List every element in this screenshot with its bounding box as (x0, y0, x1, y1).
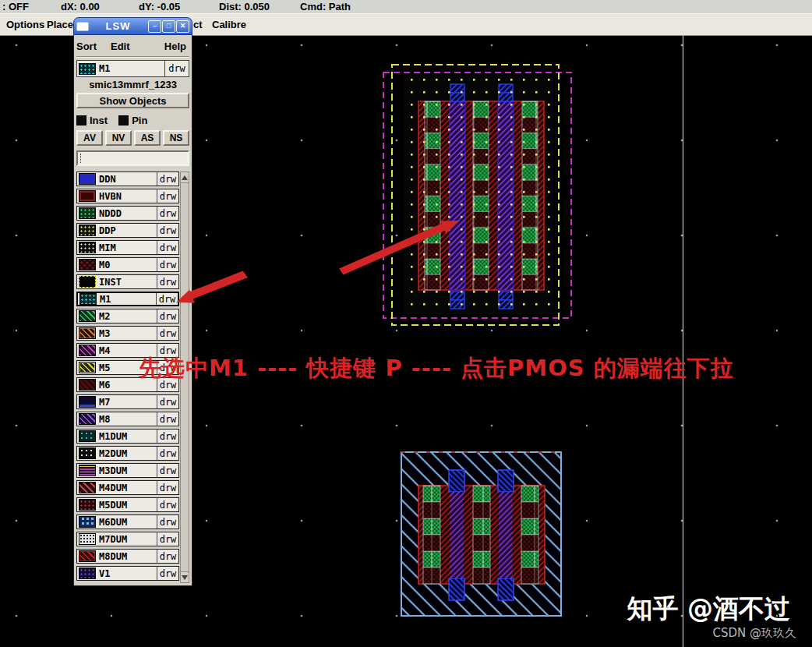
layer-row[interactable]: HVBN drw (76, 189, 179, 203)
layer-swatch (79, 173, 96, 185)
layer-row[interactable]: M3 drw (76, 326, 179, 341)
layer-swatch (79, 293, 97, 305)
crosshair-vline (683, 35, 683, 647)
layer-purpose: drw (157, 224, 178, 237)
lsw-title-bar[interactable]: LSW – □ ✕ (73, 17, 192, 35)
layer-purpose: drw (157, 447, 178, 460)
layer-row[interactable]: M7 drw (76, 394, 179, 409)
menu-place[interactable]: Place (47, 19, 73, 30)
inst-checkbox[interactable] (76, 115, 86, 126)
snap-status: : OFF (2, 1, 29, 12)
layer-purpose: drw (157, 241, 178, 254)
layer-row[interactable]: M2DUM drw (76, 446, 179, 461)
layer-swatch (79, 362, 96, 373)
layer-row[interactable]: M1 drw (76, 292, 179, 306)
maximize-icon[interactable]: □ (162, 20, 175, 33)
watermark-zhihu: 知乎 @酒不过 (627, 592, 791, 627)
layer-purpose: drw (157, 430, 178, 443)
layer-row[interactable]: M6DUM drw (76, 514, 179, 529)
layer-row[interactable]: M0 drw (76, 257, 179, 272)
layer-purpose: drw (157, 309, 178, 323)
layer-swatch (79, 207, 96, 219)
watermark-csdn: CSDN @玖玖久 (712, 626, 796, 641)
pin-checkbox[interactable] (118, 115, 129, 126)
pin-label: Pin (132, 115, 147, 126)
layer-row[interactable]: M8DUM drw (76, 549, 179, 564)
layer-swatch (79, 345, 96, 356)
pmos-device-layout[interactable] (380, 61, 575, 330)
coord-dist: Dist: 0.050 (219, 1, 270, 12)
current-layer-row[interactable]: M1 drw (76, 60, 189, 77)
layer-swatch (79, 533, 96, 545)
layer-purpose: drw (157, 532, 178, 546)
pin-toggle[interactable]: Pin (118, 115, 147, 126)
layer-name: M0 (99, 260, 110, 270)
lsw-menu-help[interactable]: Help (164, 41, 186, 52)
current-layer-swatch (79, 63, 96, 75)
layer-purpose: drw (157, 275, 178, 288)
menu-calibre[interactable]: Calibre (212, 19, 246, 30)
inst-toggle[interactable]: Inst (76, 115, 108, 126)
close-icon[interactable]: ✕ (176, 20, 189, 33)
layer-swatch (79, 379, 96, 391)
menu-options[interactable]: Options (6, 19, 44, 30)
layer-name: M2 (99, 311, 110, 322)
layer-name: HVBN (99, 191, 122, 202)
layer-row[interactable]: M4DUM drw (76, 480, 179, 495)
layer-purpose: drw (157, 464, 178, 477)
layer-name: M1DUM (99, 431, 127, 442)
layer-name: M8 (99, 414, 110, 425)
layer-swatch (79, 567, 96, 579)
layer-swatch (79, 310, 96, 322)
layer-swatch (79, 550, 96, 562)
layer-purpose: drw (157, 327, 178, 340)
lsw-menu-edit[interactable]: Edit (111, 41, 130, 52)
layer-swatch (79, 499, 96, 511)
layer-row[interactable]: M7DUM drw (76, 532, 179, 546)
scroll-down-button[interactable] (180, 571, 189, 583)
layer-swatch (79, 430, 96, 442)
layer-purpose: drw (157, 515, 178, 529)
layer-swatch (79, 396, 96, 408)
scroll-up-button[interactable] (180, 171, 189, 183)
nmos-device-layout[interactable] (397, 448, 565, 620)
layer-purpose: drw (157, 207, 178, 220)
scroll-down-icon (182, 575, 188, 580)
layer-row[interactable]: M3DUM drw (76, 463, 179, 478)
layer-row[interactable]: M8 drw (76, 412, 179, 426)
coord-dx: dX: 0.00 (61, 1, 100, 12)
layer-swatch (79, 413, 96, 425)
layer-swatch (79, 516, 96, 528)
lsw-menu-bar: Sort Edit Help (76, 37, 189, 55)
show-objects-button[interactable]: Show Objects (76, 93, 189, 108)
layer-name: M4 (99, 345, 110, 356)
layer-row[interactable]: MIM drw (76, 240, 179, 255)
coord-dy: dY: -0.05 (139, 1, 180, 12)
layer-filter-input[interactable] (76, 150, 189, 166)
layer-row[interactable]: DDP drw (76, 223, 179, 238)
layer-row[interactable]: NDDD drw (76, 206, 179, 221)
layer-swatch (79, 482, 96, 493)
layer-swatch (79, 327, 96, 339)
scroll-up-icon (182, 175, 188, 180)
layer-name: M7DUM (99, 534, 127, 545)
ns-button[interactable]: NS (163, 130, 189, 146)
minimize-icon[interactable]: – (148, 20, 161, 33)
layer-row[interactable]: M2 drw (76, 309, 179, 324)
nv-button[interactable]: NV (105, 130, 132, 146)
menu-ct[interactable]: ct (193, 19, 203, 30)
as-button[interactable]: AS (134, 130, 161, 146)
layer-name: M5 (99, 362, 110, 373)
layer-row[interactable]: DDN drw (76, 171, 179, 186)
layer-row[interactable]: M5DUM drw (76, 497, 179, 512)
lsw-menu-sort[interactable]: Sort (76, 41, 97, 52)
layer-row[interactable]: M1DUM drw (76, 429, 179, 444)
divider (76, 56, 189, 58)
layer-row[interactable]: V1 drw (76, 566, 179, 581)
layer-name: M2DUM (99, 448, 127, 459)
current-layer-name: M1 (99, 63, 110, 74)
layer-row[interactable]: INST drw (76, 274, 179, 289)
av-button[interactable]: AV (76, 130, 103, 146)
layer-purpose: drw (157, 189, 178, 203)
layer-purpose: drw (157, 258, 178, 271)
